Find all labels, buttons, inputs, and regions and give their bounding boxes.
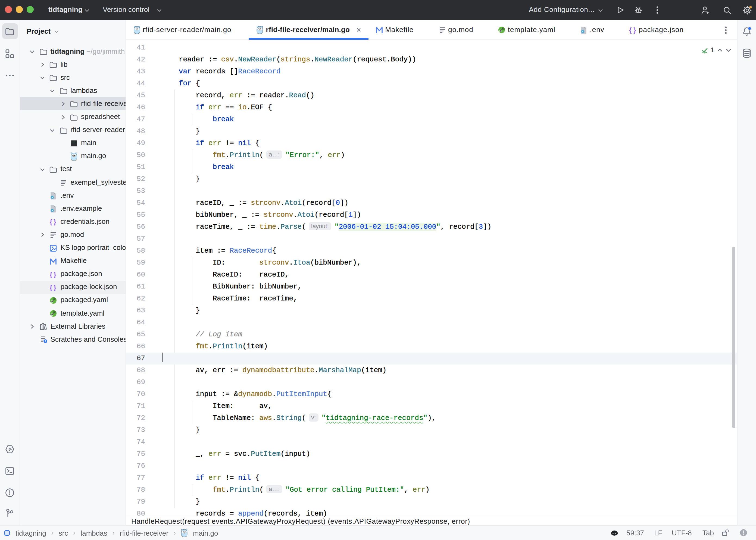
svg-text:{ }: { } xyxy=(50,271,56,278)
svg-text:{ }: { } xyxy=(50,284,56,291)
svg-text:>_>_: >_>_ xyxy=(72,141,76,143)
svg-text:{ }: { } xyxy=(50,218,56,226)
svg-text:{ }: { } xyxy=(629,26,637,34)
